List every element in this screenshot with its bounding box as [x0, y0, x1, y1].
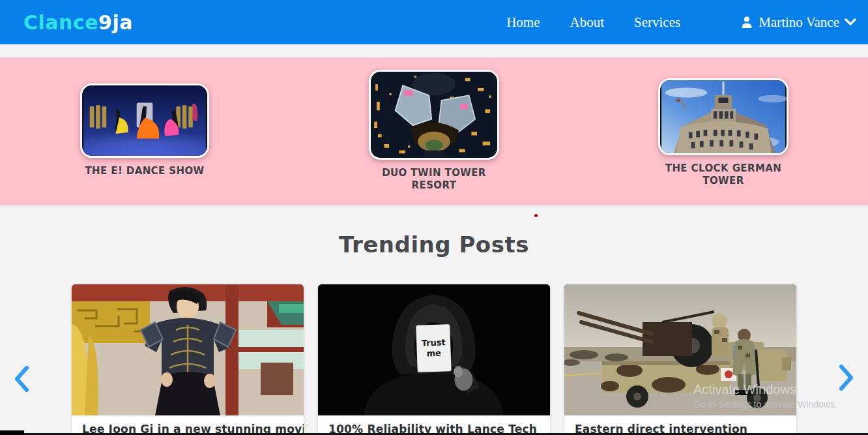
featured-banner: THE E! DANCE SHOW	[0, 57, 868, 205]
bottom-left-notch	[0, 430, 24, 435]
site-logo[interactable]: Clance9ja	[23, 11, 133, 34]
logo-part-1: Clance	[23, 11, 98, 34]
trending-heading: Trending Posts	[0, 232, 868, 258]
top-navbar: Clance9ja Home About Services Martino Va…	[0, 0, 868, 44]
trending-posts-carousel: Lee Joon Gi in a new stunning movie Trus…	[72, 284, 796, 435]
carousel-prev-button[interactable]	[13, 365, 30, 395]
banner-card-dance-show[interactable]: THE E! DANCE SHOW	[0, 57, 289, 205]
post-card-lance-tech[interactable]: Trust me 100% Reliability with Lance Tec…	[318, 284, 550, 435]
korean-actor-image	[72, 284, 304, 415]
post-title: Lee Joon Gi in a new stunning movie	[72, 415, 304, 435]
chevron-down-icon	[845, 18, 856, 26]
post-card-lee-joon-gi[interactable]: Lee Joon Gi in a new stunning movie	[72, 284, 304, 435]
nav-item-about[interactable]: About	[570, 14, 605, 31]
twin-towers-image	[369, 70, 499, 160]
banner-card-duo-towers[interactable]: DUO TWIN TOWER RESORT	[289, 57, 579, 205]
trust-me-card-line1: Trust	[421, 337, 445, 348]
banner-card-title: THE CLOCK GERMAN TOWER	[657, 162, 790, 187]
banner-card-title: THE E! DANCE SHOW	[85, 165, 204, 177]
hooded-figure-image: Trust me	[318, 284, 550, 415]
logo-part-2: 9ja	[98, 11, 133, 34]
user-icon	[740, 16, 753, 29]
nav-item-home[interactable]: Home	[506, 14, 540, 31]
main-nav: Home About Services Martino Vance	[506, 14, 856, 31]
trust-me-card-line2: me	[426, 348, 441, 359]
chevron-left-icon	[13, 383, 30, 395]
post-card-eastern-intervention[interactable]: Eastern direct intervention	[564, 284, 796, 435]
nav-item-services[interactable]: Services	[634, 14, 680, 31]
chevron-right-icon	[838, 382, 855, 394]
banner-card-title: DUO TWIN TOWER RESORT	[368, 167, 501, 192]
carousel-next-button[interactable]	[838, 364, 855, 394]
dance-show-image	[80, 83, 209, 158]
red-dot	[534, 214, 538, 217]
post-title: 100% Reliability with Lance Tech	[318, 415, 550, 435]
banner-card-clock-tower[interactable]: THE CLOCK GERMAN TOWER	[579, 57, 868, 205]
user-menu[interactable]: Martino Vance	[740, 14, 856, 31]
post-title: Eastern direct intervention	[564, 415, 796, 435]
user-name: Martino Vance	[759, 14, 839, 31]
military-truck-image	[564, 284, 796, 415]
clock-tower-image	[658, 78, 788, 155]
header-gap-strip	[0, 44, 868, 57]
